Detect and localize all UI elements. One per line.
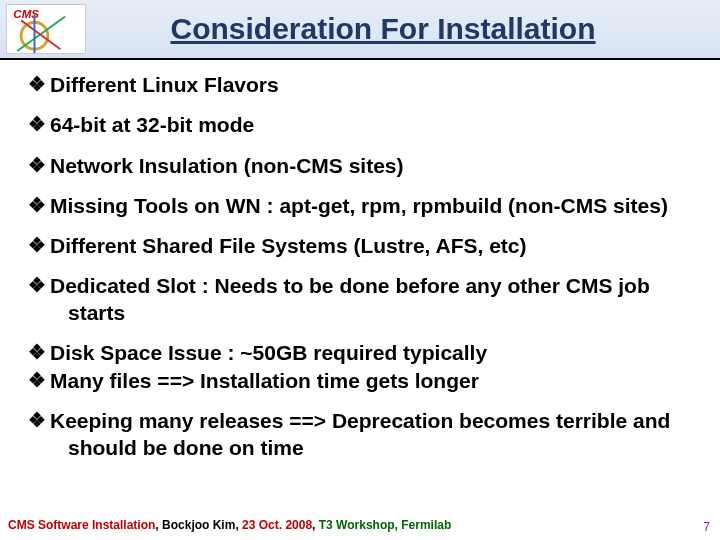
slide: CMS Consideration For Installation ❖Diff… [0,0,720,540]
header-band: CMS Consideration For Installation [0,0,720,60]
bullet-text: Network Insulation (non-CMS sites) [50,153,692,179]
bullet-text: Dedicated Slot : Needs to be done before… [50,273,692,326]
diamond-bullet-icon: ❖ [28,233,50,258]
diamond-bullet-icon: ❖ [28,368,50,393]
bullet-text: Many files ==> Installation time gets lo… [50,368,692,394]
diamond-bullet-icon: ❖ [28,112,50,137]
bullet-text: Missing Tools on WN : apt-get, rpm, rpmb… [50,193,692,219]
bullet-text: Keeping many releases ==> Deprecation be… [50,408,692,461]
footer-part4: T3 Workshop, Fermilab [319,518,451,532]
bullet-item: ❖Different Linux Flavors [28,72,692,98]
cms-logo: CMS [6,4,86,54]
diamond-bullet-icon: ❖ [28,153,50,178]
diamond-bullet-icon: ❖ [28,273,50,298]
diamond-bullet-icon: ❖ [28,408,50,433]
bullet-text: Different Shared File Systems (Lustre, A… [50,233,692,259]
bullet-item: ❖Different Shared File Systems (Lustre, … [28,233,692,259]
bullet-item: ❖Dedicated Slot : Needs to be done befor… [28,273,692,326]
bullet-item: ❖Missing Tools on WN : apt-get, rpm, rpm… [28,193,692,219]
diamond-bullet-icon: ❖ [28,193,50,218]
bullet-text: Disk Space Issue : ~50GB required typica… [50,340,692,366]
footer-part2: Bockjoo Kim [162,518,235,532]
bullet-item: ❖Many files ==> Installation time gets l… [28,368,692,394]
slide-body: ❖Different Linux Flavors❖64-bit at 32-bi… [0,60,720,540]
footer-part1: CMS Software Installation [8,518,155,532]
bullet-item: ❖Keeping many releases ==> Deprecation b… [28,408,692,461]
bullet-text: Different Linux Flavors [50,72,692,98]
bullet-item: ❖64-bit at 32-bit mode [28,112,692,138]
page-number: 7 [703,520,710,534]
bullet-text: 64-bit at 32-bit mode [50,112,692,138]
bullet-item: ❖Disk Space Issue : ~50GB required typic… [28,340,692,366]
diamond-bullet-icon: ❖ [28,340,50,365]
bullet-item: ❖Network Insulation (non-CMS sites) [28,153,692,179]
slide-title: Consideration For Installation [86,12,720,46]
diamond-bullet-icon: ❖ [28,72,50,97]
footer-part3: 23 Oct. 2008 [242,518,312,532]
footer: CMS Software Installation, Bockjoo Kim, … [8,518,712,532]
